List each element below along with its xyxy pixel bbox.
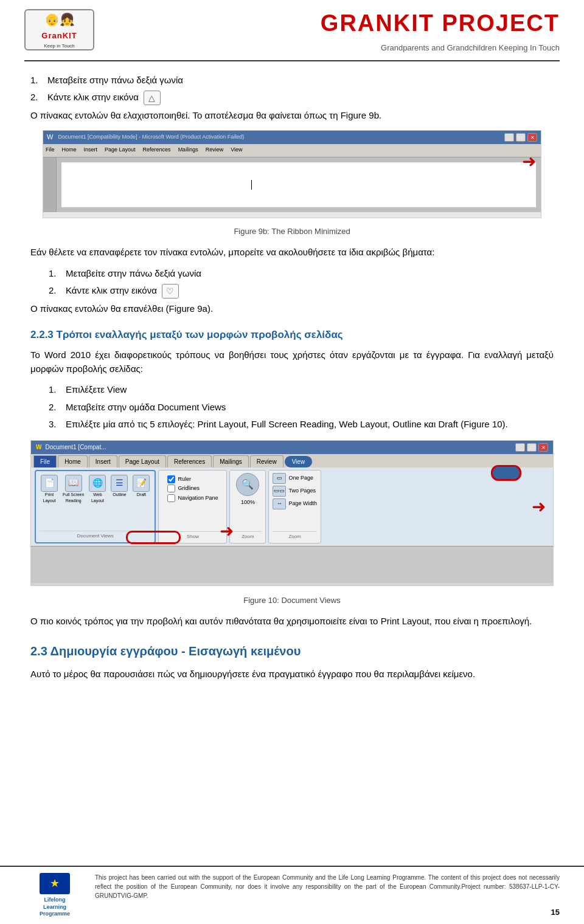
f10-tab-bar: File Home Insert Page Layout References … <box>31 454 553 467</box>
zoom-controls: 🔍 100% <box>236 473 259 507</box>
project-title: GRANKIT PROJECT <box>321 6 560 41</box>
logo-name: GranKIT <box>41 30 77 42</box>
page-view-options: ▭ One Page ▭▭ Two Pages ↔ Page Width <box>273 473 317 509</box>
close-btn[interactable]: ✕ <box>527 133 537 142</box>
header: 👴👧 GranKIT Keep in Touch GRANKIT PROJECT… <box>24 0 560 61</box>
full-screen-label: Full ScreenReading <box>63 492 84 505</box>
nav-pane-checkbox-row: Navigation Pane <box>167 494 218 503</box>
f10-min-btn[interactable]: _ <box>515 443 525 452</box>
section-223-heading: 2.2.3 Τρόποι εναλλαγής μεταξύ των μορφών… <box>30 327 554 343</box>
f10-window-buttons: _ □ ✕ <box>515 443 548 452</box>
tab-references[interactable]: References <box>167 455 212 467</box>
two-pages-icon: ▭▭ <box>273 486 286 497</box>
figure-10-screenshot: W Document1 [Compat... _ □ ✕ File Home I… <box>30 440 554 586</box>
fig9b-win-buttons: _ □ ✕ <box>504 133 537 142</box>
full-screen-btn[interactable]: 📖 Full ScreenReading <box>61 474 85 506</box>
word-w-icon: W <box>36 443 41 452</box>
text-cursor <box>251 180 252 190</box>
zoom-level: 100% <box>241 498 255 507</box>
tab-home[interactable]: Home <box>58 455 88 467</box>
print-layout-btn[interactable]: 📄 PrintLayout <box>40 474 59 506</box>
print-layout-icon: 📄 <box>41 475 58 492</box>
f10-document-body <box>31 546 553 583</box>
figure-9b-screenshot: W Document1 [Compatibility Mode] - Micro… <box>43 130 541 218</box>
step-1b: 1. Μεταβείτε στην πάνω δεξιά γωνία <box>49 267 554 281</box>
doc-views-arrow: ➜ <box>220 519 234 544</box>
f10-restore-btn[interactable]: □ <box>527 443 537 452</box>
step-2: 2. Κάντε κλικ στην εικόνα △ <box>30 91 554 105</box>
fig9b-main <box>61 162 536 207</box>
fig9b-ribbon-minimized: File Home Insert Page Layout References … <box>43 144 541 157</box>
restore-icon: ♡ <box>162 284 179 298</box>
view-tab-highlight <box>491 465 521 481</box>
main-content: 1. Μεταβείτε στην πάνω δεξιά γωνία 2. Κά… <box>24 74 560 681</box>
show-options: Ruler Gridlines Navigation Pane <box>162 473 223 505</box>
outline-label: Outline <box>113 492 126 498</box>
view-step-3: 3. Επιλέξτε μία από τις 5 επιλογές: Prin… <box>49 418 554 432</box>
print-layout-label: PrintLayout <box>43 492 55 505</box>
zoom-icon[interactable]: 🔍 <box>236 473 259 496</box>
step-2b-text: Κάντε κλικ στην εικόνα ♡ <box>66 284 179 298</box>
ruler-checkbox[interactable] <box>167 475 175 483</box>
result-para: Ο πίνακας εντολών θα ελαχιστοποιηθεί. Το… <box>30 109 554 123</box>
view-step-3-text: Επιλέξτε μία από τις 5 επιλογές: Print L… <box>66 418 508 432</box>
step-1-text: Μεταβείτε στην πάνω δεξιά γωνία <box>47 74 183 88</box>
tab-page-layout[interactable]: Page Layout <box>119 455 166 467</box>
ruler-checkbox-row: Ruler <box>167 475 218 484</box>
web-layout-btn[interactable]: 🌐 WebLayout <box>88 474 107 506</box>
one-page-icon: ▭ <box>273 473 286 484</box>
tab-file[interactable]: File <box>33 455 57 467</box>
page-width-icon: ↔ <box>273 498 286 509</box>
zoom-group: 🔍 100% Zoom <box>229 470 266 543</box>
gridlines-label: Gridlines <box>178 484 200 493</box>
figure-9b-caption: Figure 9b: The Ribbon Minimized <box>30 226 554 238</box>
tab-mailings[interactable]: Mailings <box>213 455 249 467</box>
view-step-2-text: Μεταβείτε στην ομάδα Document Views <box>66 401 226 415</box>
header-right: GRANKIT PROJECT Grandparents and Grandch… <box>321 6 560 54</box>
zoom-label: Zoom <box>234 531 262 540</box>
view-step-1-text: Επιλέξετε View <box>66 383 127 397</box>
logo-figures: 👴👧 <box>44 10 75 29</box>
lifelong-learning-logo: ★ LifelongLearningProgramme <box>24 873 85 918</box>
eu-flag-icon: ★ <box>40 873 70 894</box>
footer: ★ LifelongLearningProgramme This project… <box>0 866 584 924</box>
nav-pane-checkbox[interactable] <box>167 494 175 502</box>
project-subtitle: Grandparents and Grandchildren Keeping I… <box>321 42 560 54</box>
two-pages-btn[interactable]: ▭▭ Two Pages <box>273 486 317 497</box>
arrow-indicator: ➜ <box>522 149 536 174</box>
fig9b-title-text: Document1 [Compatibility Mode] - Microso… <box>58 133 244 142</box>
tab-review[interactable]: Review <box>250 455 283 467</box>
f10-title-text: Document1 [Compat... <box>45 443 106 452</box>
one-page-btn[interactable]: ▭ One Page <box>273 473 317 484</box>
gridlines-checkbox[interactable] <box>167 484 175 492</box>
restore-result-para: Ο πίνακας εντολών θα επανέλθει (Figure 9… <box>30 302 554 316</box>
restore-para: Εάν θέλετε να επαναφέρετε τον πίνακα εντ… <box>30 246 554 260</box>
fig9b-titlebar: W Document1 [Compatibility Mode] - Micro… <box>43 131 541 144</box>
minimize-icon: △ <box>144 91 161 105</box>
draft-btn[interactable]: 📝 Draft <box>131 474 151 506</box>
f10-close-btn[interactable]: ✕ <box>538 443 548 452</box>
logo-subtitle: Keep in Touch <box>44 43 75 50</box>
web-layout-label: WebLayout <box>91 492 104 505</box>
f10-ribbon: 📄 PrintLayout 📖 Full ScreenReading 🌐 Web… <box>31 467 553 546</box>
page-width-btn[interactable]: ↔ Page Width <box>273 498 317 509</box>
ruler-label: Ruler <box>178 475 191 484</box>
section-23-heading: 2.3 Δημιουργία εγγράφου - Εισαγωγή κειμέ… <box>30 642 554 660</box>
fig9b-sidebar <box>43 157 57 212</box>
outline-icon: ☰ <box>111 475 128 492</box>
lifelong-learning-text: LifelongLearningProgramme <box>40 897 70 918</box>
step-2-text: Κάντε κλικ στην εικόνα △ <box>47 91 161 105</box>
outline-btn[interactable]: ☰ Outline <box>109 474 129 506</box>
tab-view[interactable]: View <box>285 456 313 467</box>
tab-insert[interactable]: Insert <box>89 455 117 467</box>
minimize-btn[interactable]: _ <box>504 133 514 142</box>
doc-views-icons: 📄 PrintLayout 📖 Full ScreenReading 🌐 Web… <box>40 474 151 506</box>
restore-btn[interactable]: □ <box>516 133 526 142</box>
draft-icon: 📝 <box>133 475 150 492</box>
step-1b-text: Μεταβείτε στην πάνω δεξιά γωνία <box>66 267 201 281</box>
footer-disclaimer: This project has been carried out with t… <box>95 873 560 900</box>
draft-label: Draft <box>137 492 146 498</box>
two-pages-label: Two Pages <box>288 487 316 495</box>
grankit-logo: 👴👧 GranKIT Keep in Touch <box>24 9 94 50</box>
gridlines-checkbox-row: Gridlines <box>167 484 218 493</box>
